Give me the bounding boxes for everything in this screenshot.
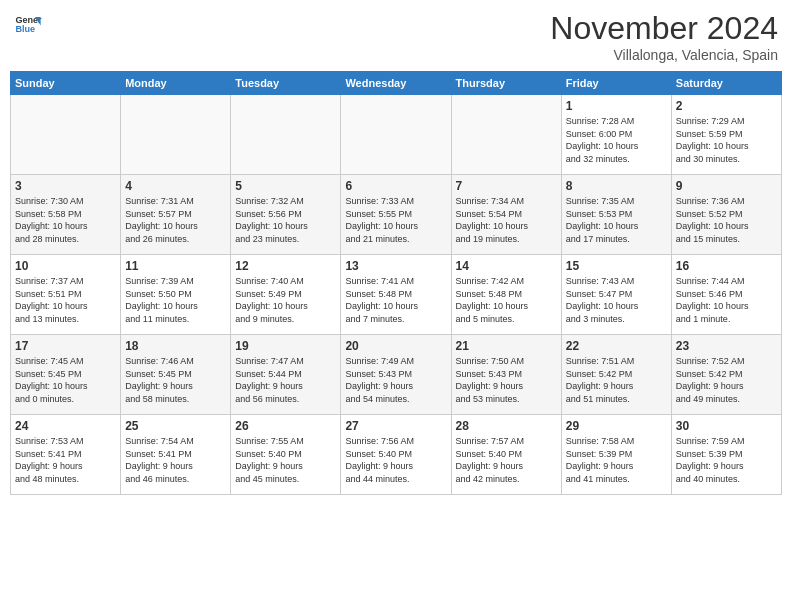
- day-info: Sunrise: 7:51 AM Sunset: 5:42 PM Dayligh…: [566, 355, 667, 405]
- day-number: 19: [235, 339, 336, 353]
- day-number: 27: [345, 419, 446, 433]
- day-info: Sunrise: 7:50 AM Sunset: 5:43 PM Dayligh…: [456, 355, 557, 405]
- day-number: 21: [456, 339, 557, 353]
- day-info: Sunrise: 7:40 AM Sunset: 5:49 PM Dayligh…: [235, 275, 336, 325]
- calendar-cell: 11Sunrise: 7:39 AM Sunset: 5:50 PM Dayli…: [121, 255, 231, 335]
- calendar-cell: 12Sunrise: 7:40 AM Sunset: 5:49 PM Dayli…: [231, 255, 341, 335]
- calendar-week-row: 1Sunrise: 7:28 AM Sunset: 6:00 PM Daylig…: [11, 95, 782, 175]
- day-info: Sunrise: 7:29 AM Sunset: 5:59 PM Dayligh…: [676, 115, 777, 165]
- day-info: Sunrise: 7:33 AM Sunset: 5:55 PM Dayligh…: [345, 195, 446, 245]
- day-number: 28: [456, 419, 557, 433]
- day-number: 5: [235, 179, 336, 193]
- location-subtitle: Villalonga, Valencia, Spain: [550, 47, 778, 63]
- day-number: 13: [345, 259, 446, 273]
- day-info: Sunrise: 7:30 AM Sunset: 5:58 PM Dayligh…: [15, 195, 116, 245]
- calendar-cell: 28Sunrise: 7:57 AM Sunset: 5:40 PM Dayli…: [451, 415, 561, 495]
- day-number: 4: [125, 179, 226, 193]
- calendar-cell: [341, 95, 451, 175]
- day-number: 12: [235, 259, 336, 273]
- calendar-cell: 15Sunrise: 7:43 AM Sunset: 5:47 PM Dayli…: [561, 255, 671, 335]
- day-number: 26: [235, 419, 336, 433]
- day-number: 15: [566, 259, 667, 273]
- day-info: Sunrise: 7:54 AM Sunset: 5:41 PM Dayligh…: [125, 435, 226, 485]
- calendar-cell: 29Sunrise: 7:58 AM Sunset: 5:39 PM Dayli…: [561, 415, 671, 495]
- calendar-cell: 9Sunrise: 7:36 AM Sunset: 5:52 PM Daylig…: [671, 175, 781, 255]
- title-block: November 2024 Villalonga, Valencia, Spai…: [550, 10, 778, 63]
- day-info: Sunrise: 7:31 AM Sunset: 5:57 PM Dayligh…: [125, 195, 226, 245]
- day-info: Sunrise: 7:34 AM Sunset: 5:54 PM Dayligh…: [456, 195, 557, 245]
- calendar-cell: 24Sunrise: 7:53 AM Sunset: 5:41 PM Dayli…: [11, 415, 121, 495]
- day-info: Sunrise: 7:53 AM Sunset: 5:41 PM Dayligh…: [15, 435, 116, 485]
- day-info: Sunrise: 7:35 AM Sunset: 5:53 PM Dayligh…: [566, 195, 667, 245]
- day-number: 3: [15, 179, 116, 193]
- calendar-cell: 30Sunrise: 7:59 AM Sunset: 5:39 PM Dayli…: [671, 415, 781, 495]
- calendar-cell: 20Sunrise: 7:49 AM Sunset: 5:43 PM Dayli…: [341, 335, 451, 415]
- weekday-header: Saturday: [671, 72, 781, 95]
- calendar-cell: 26Sunrise: 7:55 AM Sunset: 5:40 PM Dayli…: [231, 415, 341, 495]
- calendar-cell: 25Sunrise: 7:54 AM Sunset: 5:41 PM Dayli…: [121, 415, 231, 495]
- calendar-cell: 16Sunrise: 7:44 AM Sunset: 5:46 PM Dayli…: [671, 255, 781, 335]
- day-info: Sunrise: 7:52 AM Sunset: 5:42 PM Dayligh…: [676, 355, 777, 405]
- day-info: Sunrise: 7:57 AM Sunset: 5:40 PM Dayligh…: [456, 435, 557, 485]
- calendar-cell: [231, 95, 341, 175]
- day-info: Sunrise: 7:37 AM Sunset: 5:51 PM Dayligh…: [15, 275, 116, 325]
- calendar-cell: 1Sunrise: 7:28 AM Sunset: 6:00 PM Daylig…: [561, 95, 671, 175]
- day-number: 14: [456, 259, 557, 273]
- day-number: 7: [456, 179, 557, 193]
- calendar-cell: 17Sunrise: 7:45 AM Sunset: 5:45 PM Dayli…: [11, 335, 121, 415]
- day-number: 22: [566, 339, 667, 353]
- weekday-header: Wednesday: [341, 72, 451, 95]
- calendar-week-row: 17Sunrise: 7:45 AM Sunset: 5:45 PM Dayli…: [11, 335, 782, 415]
- day-info: Sunrise: 7:39 AM Sunset: 5:50 PM Dayligh…: [125, 275, 226, 325]
- calendar-cell: 6Sunrise: 7:33 AM Sunset: 5:55 PM Daylig…: [341, 175, 451, 255]
- weekday-header: Monday: [121, 72, 231, 95]
- day-info: Sunrise: 7:45 AM Sunset: 5:45 PM Dayligh…: [15, 355, 116, 405]
- day-number: 23: [676, 339, 777, 353]
- day-info: Sunrise: 7:42 AM Sunset: 5:48 PM Dayligh…: [456, 275, 557, 325]
- logo-icon: General Blue: [14, 10, 42, 38]
- day-number: 11: [125, 259, 226, 273]
- logo: General Blue: [14, 10, 42, 38]
- calendar-week-row: 24Sunrise: 7:53 AM Sunset: 5:41 PM Dayli…: [11, 415, 782, 495]
- calendar-cell: 18Sunrise: 7:46 AM Sunset: 5:45 PM Dayli…: [121, 335, 231, 415]
- day-info: Sunrise: 7:49 AM Sunset: 5:43 PM Dayligh…: [345, 355, 446, 405]
- calendar-cell: 19Sunrise: 7:47 AM Sunset: 5:44 PM Dayli…: [231, 335, 341, 415]
- calendar-cell: 7Sunrise: 7:34 AM Sunset: 5:54 PM Daylig…: [451, 175, 561, 255]
- day-number: 30: [676, 419, 777, 433]
- day-info: Sunrise: 7:41 AM Sunset: 5:48 PM Dayligh…: [345, 275, 446, 325]
- day-info: Sunrise: 7:32 AM Sunset: 5:56 PM Dayligh…: [235, 195, 336, 245]
- day-number: 2: [676, 99, 777, 113]
- day-number: 29: [566, 419, 667, 433]
- day-number: 16: [676, 259, 777, 273]
- calendar-cell: 8Sunrise: 7:35 AM Sunset: 5:53 PM Daylig…: [561, 175, 671, 255]
- calendar-cell: 2Sunrise: 7:29 AM Sunset: 5:59 PM Daylig…: [671, 95, 781, 175]
- calendar-cell: 21Sunrise: 7:50 AM Sunset: 5:43 PM Dayli…: [451, 335, 561, 415]
- month-title: November 2024: [550, 10, 778, 47]
- day-info: Sunrise: 7:28 AM Sunset: 6:00 PM Dayligh…: [566, 115, 667, 165]
- calendar-cell: 27Sunrise: 7:56 AM Sunset: 5:40 PM Dayli…: [341, 415, 451, 495]
- calendar-cell: 13Sunrise: 7:41 AM Sunset: 5:48 PM Dayli…: [341, 255, 451, 335]
- calendar-cell: 22Sunrise: 7:51 AM Sunset: 5:42 PM Dayli…: [561, 335, 671, 415]
- calendar-cell: [451, 95, 561, 175]
- day-info: Sunrise: 7:44 AM Sunset: 5:46 PM Dayligh…: [676, 275, 777, 325]
- calendar-cell: [11, 95, 121, 175]
- calendar-cell: 3Sunrise: 7:30 AM Sunset: 5:58 PM Daylig…: [11, 175, 121, 255]
- weekday-header: Sunday: [11, 72, 121, 95]
- day-number: 6: [345, 179, 446, 193]
- calendar-cell: 10Sunrise: 7:37 AM Sunset: 5:51 PM Dayli…: [11, 255, 121, 335]
- calendar-cell: 23Sunrise: 7:52 AM Sunset: 5:42 PM Dayli…: [671, 335, 781, 415]
- day-number: 8: [566, 179, 667, 193]
- calendar-table: SundayMondayTuesdayWednesdayThursdayFrid…: [10, 71, 782, 495]
- calendar-week-row: 10Sunrise: 7:37 AM Sunset: 5:51 PM Dayli…: [11, 255, 782, 335]
- calendar-cell: 4Sunrise: 7:31 AM Sunset: 5:57 PM Daylig…: [121, 175, 231, 255]
- weekday-header: Friday: [561, 72, 671, 95]
- calendar-cell: 5Sunrise: 7:32 AM Sunset: 5:56 PM Daylig…: [231, 175, 341, 255]
- day-number: 9: [676, 179, 777, 193]
- day-info: Sunrise: 7:59 AM Sunset: 5:39 PM Dayligh…: [676, 435, 777, 485]
- weekday-header: Tuesday: [231, 72, 341, 95]
- day-info: Sunrise: 7:55 AM Sunset: 5:40 PM Dayligh…: [235, 435, 336, 485]
- day-info: Sunrise: 7:56 AM Sunset: 5:40 PM Dayligh…: [345, 435, 446, 485]
- day-number: 25: [125, 419, 226, 433]
- header-row: SundayMondayTuesdayWednesdayThursdayFrid…: [11, 72, 782, 95]
- svg-text:Blue: Blue: [15, 24, 35, 34]
